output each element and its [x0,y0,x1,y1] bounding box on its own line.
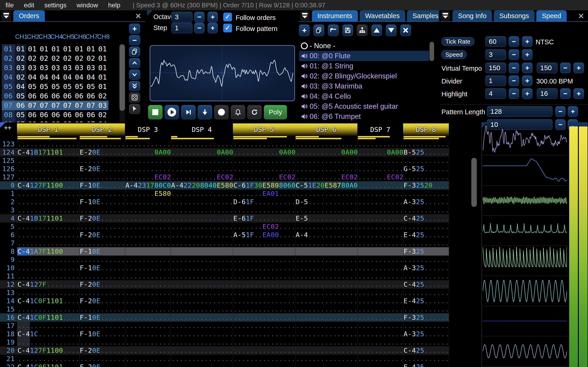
pattern-cell[interactable]: F-10E...... [80,181,125,190]
order-cell[interactable]: 03 [97,101,108,110]
pattern-cell[interactable]: ............... [17,322,80,330]
pattern-row[interactable]: 19......................................… [0,338,449,346]
step-minus-button[interactable]: − [194,23,204,33]
pattern-cell[interactable]: ........... [358,239,404,247]
pattern-cell[interactable]: C-425...... [404,346,449,355]
order-cell[interactable]: 02 [50,54,61,63]
order-cell[interactable]: 03 [73,63,85,73]
pattern-cell[interactable]: E-425...... [404,231,449,239]
pattern-row[interactable]: 16C-41C0F1101....F-10E..................… [0,313,449,322]
pattern-cell[interactable]: ............... [233,206,296,214]
pattern-cell[interactable]: ...........EC02 [296,173,358,181]
pattern-row[interactable]: 5.......................................… [0,223,449,231]
instrument-item[interactable]: 05: @5 Acoustic steel guitar [299,101,429,111]
pattern-cell[interactable]: C-41C0F1101.... [17,313,80,322]
virtual-tempo-den-input[interactable]: 150 [537,63,557,73]
pattern-row[interactable]: 3.......................................… [0,206,449,214]
pattern-row[interactable]: 2...............F-10E...................… [0,198,449,206]
tab-wavetables[interactable]: Wavetables [360,10,405,21]
tab-speed[interactable]: Speed [536,10,567,21]
tick-rate-minus-button[interactable]: − [509,36,519,47]
pattern-cell[interactable]: ............... [171,264,233,272]
pattern-cell[interactable]: ........... [404,239,449,247]
pattern-cell[interactable]: ........... [125,289,171,297]
pattern-cell[interactable]: ........... [80,355,125,363]
pattern-cell[interactable]: ........... [404,206,449,214]
pattern-cell[interactable]: C-41B171101.... [17,214,80,223]
pattern-cell[interactable]: ........... [80,156,125,165]
pattern-cell[interactable]: ........... [358,156,404,165]
order-row[interactable]: 030303030303030301 [2,63,109,73]
tab-song-info[interactable]: Song Info [452,10,492,21]
order-cell[interactable]: 05 [15,91,26,101]
pattern-cell[interactable]: ............... [171,355,233,363]
pattern-cell[interactable]: ............... [171,231,233,239]
orders-double-chevron-down-button[interactable] [129,81,140,91]
pattern-cell[interactable]: ............... [233,140,296,148]
orders-dice-button[interactable] [129,92,140,102]
order-cell[interactable]: 02 [97,110,108,119]
pattern-cell[interactable]: ............... [17,239,80,247]
pattern-cell[interactable]: ............... [171,156,233,165]
pattern-cell[interactable]: C-51E20E58780A0 [296,181,358,190]
pattern-cell[interactable]: ............... [233,264,296,272]
pattern-row[interactable]: 4C-41B171101....F-20E...................… [0,214,449,223]
pattern-cell[interactable]: ...........EC02 [171,173,233,181]
pattern-row[interactable]: 123.....................................… [0,140,449,148]
menu-item-edit[interactable]: edit [24,2,34,9]
pattern-row[interactable]: 15......................................… [0,305,449,313]
pattern-cell[interactable]: ........... [404,305,449,313]
step-input[interactable]: 1 [171,23,192,33]
pattern-cell[interactable]: E-20E...... [80,165,125,173]
order-cell[interactable]: 05 [15,110,26,119]
order-cell[interactable]: 01 [38,44,50,54]
order-cell[interactable]: 04 [61,73,73,82]
pattern-cell[interactable]: ........... [358,214,404,223]
pattern-cell[interactable]: ........... [358,264,404,272]
pattern-cell[interactable]: ........... [358,181,404,190]
pattern-cell[interactable]: ............... [233,363,296,367]
highlight-2-minus[interactable]: − [560,88,571,99]
pattern-cell[interactable]: ........... [358,231,404,239]
order-cell[interactable]: 04 [73,73,85,82]
menu-item-help[interactable]: help [108,2,120,9]
menu-item-settings[interactable]: settings [44,2,67,9]
pattern-cell[interactable]: ........... [358,355,404,363]
order-cell[interactable]: 02 [15,73,26,82]
pattern-cell[interactable]: F-10E...... [80,313,125,322]
pattern-cell[interactable]: ........... [358,190,404,198]
pattern-cell[interactable]: ............... [233,256,296,264]
pattern-cell[interactable]: ........... [125,165,171,173]
play-pattern-button[interactable] [181,105,195,119]
poly-button[interactable]: Poly [264,105,287,119]
pattern-row[interactable]: 10...............F-10E..................… [0,264,449,272]
pattern-cell[interactable]: ............... [171,313,233,322]
channel-header[interactable]: DSP 1 [17,123,79,136]
pattern-cell[interactable]: ............... [296,355,358,363]
pattern-cell[interactable]: ........... [125,264,171,272]
order-cell[interactable]: 07 [73,101,85,110]
pattern-cell[interactable]: ........... [404,190,449,198]
pattern-cell[interactable]: ............... [17,355,80,363]
step-row-button[interactable] [198,105,212,119]
highlight-2-plus[interactable]: + [573,88,584,99]
pattern-cell[interactable]: A-51F..EA00.... [233,231,296,239]
order-cell[interactable]: 02 [15,54,26,63]
tick-rate-chip[interactable]: Tick Rate [441,37,474,46]
pattern-row[interactable]: 126...............E-20E.................… [0,165,449,173]
order-cell[interactable]: 05 [26,82,38,91]
pattern-cell[interactable]: ............... [171,289,233,297]
pattern-cell[interactable]: E-425...... [404,297,449,305]
pattern-cell[interactable]: ........... [80,338,125,346]
virtual-tempo-den-plus[interactable]: + [573,63,584,73]
pattern-cell[interactable]: ...........EC02 [233,173,296,181]
pattern-cell[interactable]: ............... [233,289,296,297]
pattern-row[interactable]: 127.................................EC02… [0,173,449,181]
pattern-row[interactable]: 12C-4127F........F-20E..................… [0,280,449,289]
order-cell[interactable]: 04 [26,73,38,82]
virtual-tempo-den-minus[interactable]: − [560,63,571,73]
pattern-cell[interactable]: F-20E...... [80,214,125,223]
instrument-item[interactable]: 06: @6 Trumpet [299,111,429,122]
order-cell[interactable]: 06 [26,110,38,119]
order-cell[interactable]: 03 [61,63,73,73]
